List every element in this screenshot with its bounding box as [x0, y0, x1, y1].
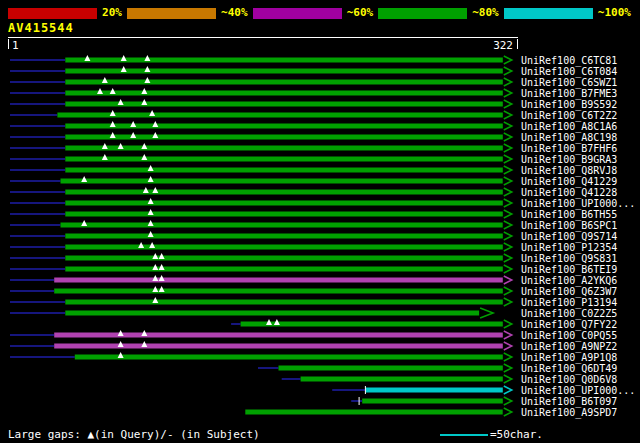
direction-arrow-icon [504, 265, 512, 273]
blast-graphical-overview: 20%~40%~60%~80%~100% AV415544 1 322 UniR… [0, 0, 640, 443]
direction-arrow-icon [504, 89, 512, 97]
legend-label: ~60% [342, 7, 379, 19]
direction-arrow-icon [504, 177, 512, 185]
legend-color-segment [378, 8, 467, 19]
direction-arrow-icon [504, 375, 512, 383]
legend-label: ~80% [467, 7, 504, 19]
direction-arrow-icon [504, 254, 512, 262]
ruler-end-label: 322 [493, 39, 513, 52]
ruler-start-label: 1 [12, 39, 19, 52]
alignment-bar[interactable] [279, 366, 503, 371]
alignment-bar[interactable] [65, 234, 503, 239]
alignment-bar[interactable] [245, 410, 502, 415]
direction-arrow-icon [504, 276, 512, 284]
subject-label[interactable]: UniRef100_A9SPD7 [521, 407, 617, 419]
direction-arrow-icon [504, 67, 512, 75]
direction-arrow-icon [480, 308, 493, 318]
legend-label: ~40% [216, 7, 253, 19]
direction-arrow-icon [504, 100, 512, 108]
alignment-bar[interactable] [365, 388, 502, 393]
direction-arrow-icon [504, 408, 512, 416]
alignment-bar[interactable] [65, 300, 503, 305]
direction-arrow-icon [504, 397, 512, 405]
direction-arrow-icon [504, 243, 512, 251]
legend-label: ~100% [593, 7, 636, 19]
alignment-bar[interactable] [65, 256, 503, 261]
scale-legend: =50char. [440, 428, 543, 441]
ruler-line [8, 37, 518, 38]
alignment-bar[interactable] [65, 102, 503, 107]
direction-arrow-icon [504, 298, 512, 306]
alignment-bar[interactable] [65, 69, 503, 74]
ruler-tick-right [517, 39, 518, 49]
legend-color-segment [253, 8, 342, 19]
alignment-bar[interactable] [75, 355, 503, 360]
alignment-bar[interactable] [54, 289, 503, 294]
direction-arrow-icon [504, 111, 512, 119]
direction-arrow-icon [504, 166, 512, 174]
scale-bar-icon [440, 434, 488, 436]
alignment-bar[interactable] [65, 146, 503, 151]
legend-color-segment [127, 8, 216, 19]
direction-arrow-icon [504, 232, 512, 240]
direction-arrow-icon [504, 331, 512, 339]
legend-label: 20% [97, 7, 127, 19]
alignment-bar[interactable] [65, 168, 503, 173]
direction-arrow-icon [504, 342, 512, 350]
alignment-bar[interactable] [65, 190, 503, 195]
direction-arrow-icon [504, 56, 512, 64]
direction-arrow-icon [504, 122, 512, 130]
direction-arrow-icon [504, 364, 512, 372]
query-name: AV415544 [8, 21, 74, 35]
alignment-bar[interactable] [65, 201, 503, 206]
alignment-bar[interactable] [61, 223, 503, 228]
direction-arrow-icon [504, 287, 512, 295]
legend-color-segment [504, 8, 593, 19]
direction-arrow-icon [504, 78, 512, 86]
alignment-bar[interactable] [65, 245, 503, 250]
alignment-bar[interactable] [301, 377, 503, 382]
scale-label: =50char. [490, 428, 543, 441]
direction-arrow-icon [504, 188, 512, 196]
direction-arrow-icon [504, 353, 512, 361]
direction-arrow-icon [504, 210, 512, 218]
alignment-row: UniRef100_A9SPD7 [245, 407, 617, 419]
score-legend: 20%~40%~60%~80%~100% [8, 7, 636, 19]
legend-color-segment [8, 8, 97, 19]
direction-arrow-icon [504, 199, 512, 207]
alignment-bar[interactable] [61, 179, 503, 184]
alignment-bar[interactable] [65, 91, 503, 96]
alignment-bar[interactable] [54, 278, 503, 283]
alignment-bar[interactable] [65, 157, 503, 162]
direction-arrow-icon [504, 155, 512, 163]
direction-arrow-icon [504, 386, 512, 394]
direction-arrow-icon [504, 144, 512, 152]
direction-arrow-icon [504, 221, 512, 229]
alignment-bar[interactable] [65, 58, 503, 63]
direction-arrow-icon [504, 133, 512, 141]
ruler: 1 322 [8, 39, 518, 51]
ruler-tick-left [8, 39, 9, 49]
footer: Large gaps: ▲(in Query)/- (in Subject) =… [8, 428, 632, 442]
alignment-bar[interactable] [65, 212, 503, 217]
alignment-bar[interactable] [362, 399, 503, 404]
alignment-bar[interactable] [57, 113, 502, 118]
alignment-plot: UniRef100_C6TC81UniRef100_C6T084UniRef10… [0, 52, 640, 422]
alignment-bar[interactable] [65, 80, 503, 85]
alignment-bar[interactable] [65, 311, 479, 316]
large-gaps-note: Large gaps: ▲(in Query)/- (in Subject) [8, 428, 260, 441]
alignment-bar[interactable] [241, 322, 503, 327]
direction-arrow-icon [504, 320, 512, 328]
alignment-bar[interactable] [65, 267, 503, 272]
